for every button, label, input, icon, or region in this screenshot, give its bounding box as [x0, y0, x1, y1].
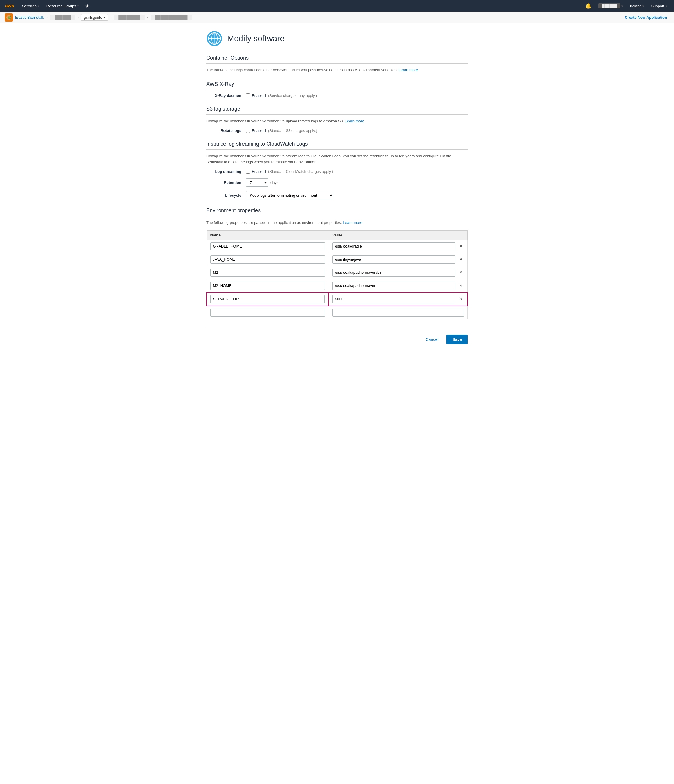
table-row [207, 306, 467, 319]
retention-controls: 7 14 30 60 90 180 365 days [246, 178, 278, 187]
table-row: ✕ [207, 253, 467, 266]
xray-hint: (Service charges may apply.) [268, 93, 317, 98]
delete-env-button[interactable]: ✕ [458, 283, 464, 289]
delete-env-button[interactable]: ✕ [458, 296, 464, 302]
env-properties-section: Environment properties The following pro… [206, 207, 468, 319]
env-value-cell: ✕ [329, 266, 467, 279]
notifications-icon[interactable]: 🔔 [583, 2, 594, 10]
breadcrumb-env-dropdown[interactable]: grailsguide ▾ [81, 14, 108, 21]
rotate-logs-checkbox-label[interactable]: Enabled [246, 128, 266, 133]
breadcrumb-separator: › [110, 16, 112, 20]
nav-resource-groups[interactable]: Resource Groups ▾ [44, 3, 81, 9]
retention-row: Retention 7 14 30 60 90 180 365 days [206, 178, 468, 187]
s3-log-learn-more[interactable]: Learn more [345, 119, 364, 123]
chevron-down-icon: ▾ [643, 5, 644, 8]
env-value-input[interactable] [332, 282, 455, 290]
page-header: Modify software [206, 30, 468, 47]
env-properties-learn-more[interactable]: Learn more [343, 220, 362, 225]
lifecycle-select[interactable]: Keep logs after terminating environment … [246, 191, 334, 199]
cloudwatch-section: Instance log streaming to CloudWatch Log… [206, 141, 468, 199]
breadcrumb-blurred-2: ████████ [114, 15, 145, 20]
env-name-input[interactable] [210, 242, 325, 250]
rotate-logs-controls: Enabled (Standard S3 charges apply.) [246, 128, 317, 133]
table-row: ✕ [207, 240, 467, 253]
env-properties-desc: The following properties are passed in t… [206, 220, 468, 226]
breadcrumb-separator: › [147, 16, 148, 20]
env-name-input[interactable] [210, 295, 325, 303]
nav-services[interactable]: Services ▾ [20, 3, 42, 9]
env-value-input[interactable] [332, 295, 455, 303]
chevron-down-icon: ▾ [77, 5, 79, 8]
env-name-input[interactable] [210, 308, 325, 317]
svg-text:aws: aws [5, 3, 14, 8]
env-value-input[interactable] [332, 269, 455, 277]
nav-region[interactable]: Ireland ▾ [627, 3, 646, 9]
log-streaming-label: Log streaming [200, 169, 241, 174]
env-value-cell: ✕ [329, 279, 467, 292]
retention-label: Retention [200, 180, 241, 185]
breadcrumb-elastic-beanstalk[interactable]: Elastic Beanstalk [15, 15, 44, 20]
table-row: ✕ [207, 279, 467, 292]
env-name-input[interactable] [210, 255, 325, 264]
rotate-logs-hint: (Standard S3 charges apply.) [268, 128, 317, 133]
breadcrumb-blurred-1: ██████ [50, 15, 75, 20]
create-new-application-button[interactable]: Create New Application [622, 14, 669, 21]
s3-log-section: S3 log storage Configure the instances i… [206, 106, 468, 133]
days-label: days [270, 180, 278, 185]
lifecycle-row: Lifecycle Keep logs after terminating en… [206, 191, 468, 199]
chevron-down-icon: ▾ [103, 15, 105, 20]
table-row: ✕ [207, 266, 467, 279]
s3-log-title: S3 log storage [206, 106, 468, 112]
log-streaming-checkbox[interactable] [246, 170, 250, 174]
container-options-learn-more[interactable]: Learn more [399, 68, 418, 72]
log-streaming-checkbox-label[interactable]: Enabled [246, 169, 266, 174]
col-value-header: Value [329, 230, 467, 240]
favorites-icon[interactable]: ★ [84, 2, 91, 10]
log-streaming-row: Log streaming Enabled (Standard CloudWat… [206, 169, 468, 174]
footer-actions: Cancel Save [206, 329, 468, 344]
page-title: Modify software [227, 34, 284, 43]
chevron-down-icon: ▾ [666, 5, 667, 8]
xray-enabled-checkbox[interactable] [246, 93, 250, 98]
env-name-cell [207, 306, 329, 319]
env-properties-table: Name Value ✕✕✕✕✕ [206, 230, 468, 319]
env-name-input[interactable] [210, 282, 325, 290]
nav-account[interactable]: ██████ ▾ [596, 2, 625, 9]
xray-daemon-row: X-Ray daemon Enabled (Service charges ma… [206, 93, 468, 98]
chevron-down-icon: ▾ [38, 5, 39, 8]
main-content: Modify software Container Options The fo… [197, 23, 477, 367]
env-value-input[interactable] [332, 255, 455, 264]
delete-env-button[interactable]: ✕ [458, 243, 464, 249]
top-navigation: aws Services ▾ Resource Groups ▾ ★ 🔔 ███… [0, 0, 674, 12]
cancel-button[interactable]: Cancel [421, 335, 443, 344]
rotate-logs-row: Rotate logs Enabled (Standard S3 charges… [206, 128, 468, 133]
env-name-input[interactable] [210, 269, 325, 277]
delete-env-button[interactable]: ✕ [458, 270, 464, 275]
container-options-desc: The following settings control container… [206, 67, 468, 73]
env-value-cell [329, 306, 467, 319]
svg-text:🌿: 🌿 [7, 16, 11, 19]
xray-daemon-controls: Enabled (Service charges may apply.) [246, 93, 317, 98]
log-streaming-controls: Enabled (Standard CloudWatch charges app… [246, 169, 333, 174]
table-row: ✕ [207, 292, 467, 306]
aws-logo: aws [5, 2, 15, 9]
save-button[interactable]: Save [446, 335, 468, 344]
nav-support[interactable]: Support ▾ [649, 3, 669, 9]
breadcrumb-blurred-3: ████████████ [151, 15, 192, 20]
container-options-section: Container Options The following settings… [206, 55, 468, 73]
col-name-header: Name [207, 230, 329, 240]
env-value-cell: ✕ [329, 240, 467, 253]
breadcrumb-bar: 🌿 Elastic Beanstalk › ██████ › grailsgui… [0, 12, 674, 23]
env-value-input[interactable] [332, 242, 455, 250]
xray-title: AWS X-Ray [206, 81, 468, 87]
breadcrumb-separator: › [78, 16, 79, 20]
rotate-logs-checkbox[interactable] [246, 129, 250, 133]
env-value-input[interactable] [332, 308, 464, 317]
s3-log-desc: Configure the instances in your environm… [206, 118, 468, 124]
xray-daemon-label: X-Ray daemon [200, 93, 241, 98]
delete-env-button[interactable]: ✕ [458, 257, 464, 262]
xray-enabled-checkbox-label[interactable]: Enabled [246, 93, 266, 98]
retention-select[interactable]: 7 14 30 60 90 180 365 [246, 178, 268, 187]
rotate-logs-label: Rotate logs [200, 128, 241, 133]
env-name-cell [207, 292, 329, 306]
